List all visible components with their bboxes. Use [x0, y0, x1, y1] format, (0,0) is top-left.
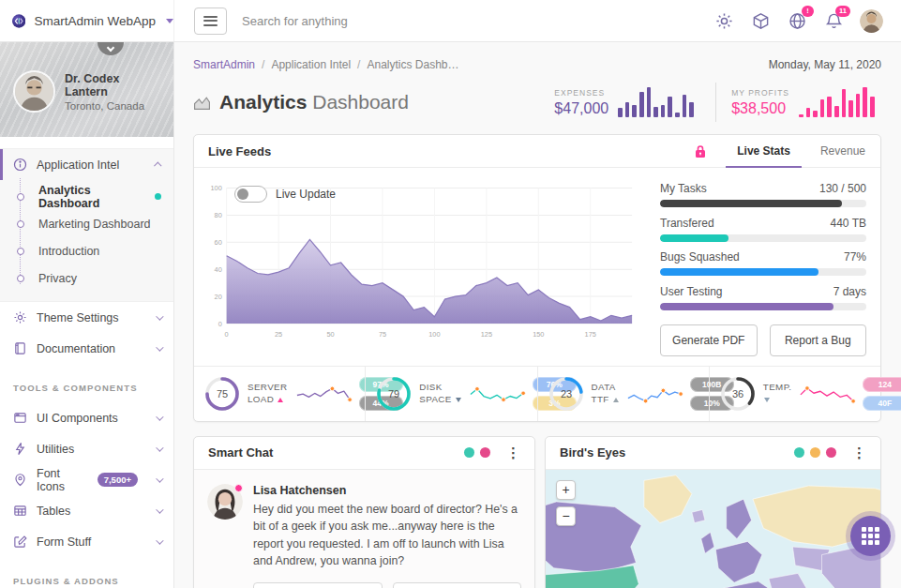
section-tools-components: TOOLS & COMPONENTS — [0, 364, 173, 402]
tile-data-ttf: 23 DATATTF 100B 10% — [537, 367, 709, 421]
live-chart-area: 0204060801000255075100125150175 Live Upd… — [208, 176, 638, 345]
breadcrumb: SmartAdmin/ Application Intel/ Analytics… — [193, 58, 459, 71]
breadcrumb-bar: SmartAdmin/ Application Intel/ Analytics… — [174, 42, 901, 79]
tile-temperature: 36 TEMP. 124 40F — [709, 367, 880, 421]
main-content: SmartAdmin/ Application Intel/ Analytics… — [174, 42, 901, 588]
section-plugins-addons: PLUGINS & ADDONS — [0, 557, 173, 588]
chevron-down-icon — [156, 413, 163, 420]
breadcrumb-smartadmin[interactable]: SmartAdmin — [193, 58, 255, 71]
lock-icon[interactable] — [694, 144, 707, 158]
profits-value: $38,500 — [731, 100, 789, 117]
language-globe-icon[interactable]: ! — [787, 10, 807, 31]
chevron-down-icon — [156, 475, 163, 482]
trend-down-icon — [764, 398, 770, 402]
svg-text:20: 20 — [215, 292, 222, 300]
live-update-toggle[interactable]: Live Update — [234, 186, 336, 203]
grid-icon — [862, 527, 879, 545]
generate-pdf-button[interactable]: Generate PDF — [660, 324, 758, 356]
live-feeds-panel: Live Feeds Live Stats Revenue — [193, 134, 881, 422]
chevron-down-icon — [156, 444, 163, 451]
svg-text:40: 40 — [215, 265, 222, 274]
status-dot-teal — [464, 447, 474, 458]
divider — [715, 83, 716, 122]
message-sender: Lisa Hatchensen — [253, 484, 521, 497]
svg-text:23: 23 — [560, 388, 571, 400]
profile-avatar[interactable] — [13, 70, 55, 113]
world-map: + − — [546, 470, 880, 588]
chat-messages: Lisa Hatchensen Hey did you meet the new… — [194, 470, 534, 588]
svg-text:100: 100 — [428, 329, 440, 338]
live-feeds-title: Live Feeds — [208, 144, 271, 158]
sidebar-item-marketing-dashboard[interactable]: Marketing Dashboard — [0, 210, 173, 237]
temperature-sparkline — [798, 381, 856, 407]
stat-bugs-squashed: Bugs Squashed77% — [660, 250, 866, 276]
svg-text:150: 150 — [533, 329, 544, 338]
status-dot-pink — [826, 447, 836, 458]
sidebar-item-theme-settings[interactable]: Theme Settings — [0, 302, 173, 333]
area-chart-icon — [193, 95, 211, 111]
svg-text:0: 0 — [218, 319, 222, 327]
status-dot-teal — [794, 447, 804, 458]
sidebar-item-analytics-dashboard[interactable]: Analytics Dashboard — [0, 183, 173, 210]
app-launcher-button[interactable] — [850, 516, 891, 556]
chevron-down-icon — [107, 44, 114, 52]
menu-toggle-button[interactable] — [194, 8, 227, 35]
stat-user-testing: User Testing7 days — [660, 285, 866, 310]
app-logo[interactable]: SmartAdmin WebApp — [0, 0, 174, 41]
sidebar-item-font-icons[interactable]: Font Icons 7,500+ — [0, 464, 173, 495]
profits-label: MY PROFITS — [731, 88, 789, 98]
trend-down-icon — [456, 398, 461, 402]
sidebar-item-documentation[interactable]: Documentation — [0, 333, 173, 364]
active-page-dot — [155, 193, 161, 200]
settings-icon[interactable] — [713, 10, 734, 31]
tab-live-stats[interactable]: Live Stats — [722, 135, 805, 167]
notifications-bell-icon[interactable]: 11 — [823, 10, 844, 31]
chevron-down-icon — [156, 536, 163, 544]
temperature-ring: 36 — [719, 375, 757, 413]
nav-label: Application Intel — [37, 158, 119, 172]
tab-revenue[interactable]: Revenue — [805, 135, 880, 167]
map-zoom-in-button[interactable]: + — [556, 480, 576, 500]
chevron-down-icon — [156, 343, 163, 351]
font-icons-count-badge: 7,500+ — [98, 473, 138, 487]
server-load-sparkline — [294, 381, 353, 407]
tile-disk-space: 79 DISKSPACE 76% 3% — [365, 367, 536, 421]
birds-eyes-title: Bird's Eyes — [560, 445, 625, 460]
gear-icon — [12, 310, 27, 324]
svg-text:100: 100 — [210, 184, 221, 192]
profile-location: Toronto, Canada — [65, 100, 164, 112]
map-zoom-out-button[interactable]: − — [556, 506, 576, 526]
data-ttf-sparkline — [625, 381, 683, 407]
svg-text:80: 80 — [215, 211, 222, 219]
sidebar-item-tables[interactable]: Tables — [0, 495, 173, 526]
map-region-iceland[interactable] — [692, 509, 705, 522]
report-bug-button[interactable]: Report a Bug — [770, 324, 867, 356]
sidebar-item-ui-components[interactable]: UI Components — [0, 402, 173, 433]
info-circle-icon — [12, 158, 27, 172]
breadcrumb-current: Analytics Dashb… — [367, 58, 458, 71]
progress-track — [660, 200, 866, 207]
sidebar-item-form-stuff[interactable]: Form Stuff — [0, 526, 173, 557]
chevron-down-icon — [156, 505, 163, 513]
svg-text:60: 60 — [215, 238, 222, 247]
search-input[interactable] — [242, 14, 561, 28]
chevron-down-icon — [156, 312, 163, 320]
panel-menu-icon[interactable]: ⋮ — [506, 445, 520, 460]
sidebar-item-introduction[interactable]: Introduction — [0, 237, 173, 264]
toggle-switch[interactable] — [234, 186, 267, 203]
expenses-stat: EXPENSES $47,000 — [554, 87, 700, 117]
panel-menu-icon[interactable]: ⋮ — [852, 445, 866, 460]
user-avatar[interactable] — [860, 9, 883, 33]
badge: 124 — [863, 377, 901, 392]
tile-server-load: 75 SERVERLOAD 97% 44% — [194, 367, 365, 421]
attachment-bloodworks[interactable]: Bloodworks Patie… — [393, 582, 521, 588]
notifications-count-badge: 11 — [835, 6, 850, 17]
svg-text:0: 0 — [225, 329, 229, 338]
apps-cube-icon[interactable] — [750, 10, 771, 31]
breadcrumb-application-intel[interactable]: Application Intel — [271, 58, 351, 71]
sidebar-item-utilities[interactable]: Utilities — [0, 433, 173, 464]
attachment-report-2013[interactable]: Report-2013-dem… — [253, 582, 383, 588]
sidebar-item-application-intel[interactable]: Application Intel — [0, 149, 173, 180]
sidebar-item-privacy[interactable]: Privacy — [0, 264, 173, 292]
profile-panel: Dr. Codex Lantern Toronto, Canada — [0, 42, 173, 137]
